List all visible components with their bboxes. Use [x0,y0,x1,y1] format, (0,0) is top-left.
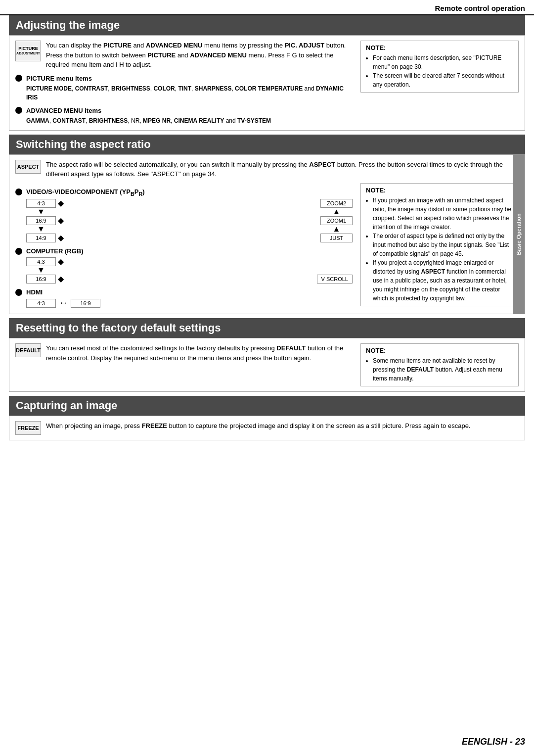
capturing-header: Capturing an image [9,396,525,416]
arrow-left-1: ◆ [58,198,64,208]
diag-row-1: 4:3 ◆ ZOOM2 [26,198,353,208]
arrow-left-3: ◆ [58,233,64,242]
zoom2-box: ZOOM2 [320,199,353,208]
bullet-circle-4 [15,248,22,255]
hdmi-diagram: 4:3 ↔ 16:9 [26,298,353,308]
adjusting-body: PICTURE ADJUSTMENT You can display the P… [9,35,525,131]
switch-note-1: If you project an image with an unmatche… [373,196,513,232]
switch-note-3: If you project a copyrighted image enlar… [373,258,513,303]
resetting-left: DEFAULT You can reset most of the custom… [15,343,353,386]
resetting-intro: You can reset most of the customized set… [46,343,353,363]
resetting-header: Resetting to the factory default setting… [9,318,525,338]
diag-row-3: 14:9 ◆ JUST [26,233,353,242]
ratio-169: 16:9 [26,216,56,225]
default-icon: DEFAULT [15,343,41,357]
switching-header: Switching the aspect ratio [9,135,525,154]
zoom1-box: ZOOM1 [320,216,353,225]
section-capturing: Capturing an image FREEZE When projectin… [9,396,525,440]
hdmi-row: 4:3 ↔ 16:9 [26,298,353,308]
aspect-icon: ASPECT [15,160,41,174]
capturing-intro: When projecting an image, press FREEZE b… [46,421,519,431]
arrow-left-2: ◆ [58,216,64,225]
section-adjusting: Adjusting the image PICTURE ADJUSTMENT Y… [9,15,525,131]
capturing-body: FREEZE When projecting an image, press F… [9,416,525,440]
section-switching: Switching the aspect ratio ASPECT The as… [9,135,525,315]
bullet-circle-5 [15,289,22,296]
note-item: For each menu items description, see "PI… [373,53,513,71]
switching-note-box: NOTE: If you project an image with an un… [360,183,519,306]
resetting-body: DEFAULT You can reset most of the custom… [9,338,525,392]
adjusting-intro: You can display the PICTURE and ADVANCED… [46,41,353,70]
hdmi-169: 16:9 [71,299,100,308]
reset-note-1: Some menu items are not available to res… [373,356,513,383]
adjusting-note: NOTE: For each menu items description, s… [360,41,519,125]
arrow-comp-2: ◆ [58,274,64,284]
adjusting-left: PICTURE ADJUSTMENT You can display the P… [15,41,353,125]
switch-note-2: The order of aspect type is defined not … [373,232,513,258]
switching-intro: The aspect ratio will be selected automa… [46,160,519,179]
picture-icon: PICTURE ADJUSTMENT [15,41,41,61]
adjusting-note-list: For each menu items description, see "PI… [366,53,513,89]
bullet-circle-3 [15,189,22,195]
vscroll-box: V SCROLL [317,275,353,284]
advanced-menu-header: ADVANCED MENU items [15,107,353,114]
hdmi-header: HDMI [15,288,353,296]
hdmi-arrow: ↔ [59,298,68,308]
computer-diagram: 4:3 ◆ ▼ 16:9 ◆ V SCROLL [26,257,353,284]
comp-169: 16:9 [26,275,56,284]
bullet-circle [15,75,22,82]
page-footer: EENGLISH - 23 [462,737,525,747]
video-header: VIDEO/S-VIDEO/COMPONENT (YPBPR) [15,188,353,197]
picture-menu-header: PICTURE menu items [15,75,353,82]
basic-operation-tab: Basic Operation [513,155,525,314]
switching-note-list: If you project an image with an unmatche… [366,196,513,303]
comp-row-2: 16:9 ◆ V SCROLL [26,274,353,284]
diag-down-1: ▼ ▲ [26,208,353,215]
switching-left: VIDEO/S-VIDEO/COMPONENT (YPBPR) 4:3 ◆ ZO… [15,183,353,309]
advanced-menu-items: GAMMA, CONTRAST, BRIGHTNESS, NR, MPEG NR… [26,116,353,125]
footer-text: EENGLISH - 23 [462,737,525,747]
comp-down: ▼ [26,267,353,274]
resetting-note-list: Some menu items are not available to res… [366,356,513,383]
adjusting-note-box: NOTE: For each menu items description, s… [360,41,519,93]
adjusting-header: Adjusting the image [9,15,525,35]
picture-menu-items: PICTURE MODE, CONTRAST, BRIGHTNESS, COLO… [26,84,353,102]
ratio-149: 14:9 [26,234,56,242]
comp-row-1: 4:3 ◆ [26,257,353,266]
switching-body: ASPECT The aspect ratio will be selected… [9,154,525,315]
page-header: Remote control operation [0,0,534,15]
switching-note: NOTE: If you project an image with an un… [360,183,519,309]
comp-43: 4:3 [26,257,56,266]
note-item: The screen will be cleared after 7 secon… [373,71,513,89]
ratio-43: 4:3 [26,199,56,208]
computer-header: COMPUTER (RGB) [15,247,353,255]
freeze-icon: FREEZE [15,421,41,435]
just-box: JUST [320,234,353,242]
header-title: Remote control operation [435,4,525,12]
diag-down-2: ▼ ▲ [26,226,353,233]
video-diagram: 4:3 ◆ ZOOM2 ▼ ▲ 16:9 [26,198,353,242]
arrow-comp-1: ◆ [58,257,64,266]
diag-row-2: 16:9 ◆ ZOOM1 [26,216,353,225]
bullet-circle-2 [15,107,22,114]
resetting-note: NOTE: Some menu items are not available … [360,343,519,386]
resetting-note-box: NOTE: Some menu items are not available … [360,343,519,386]
hdmi-43: 4:3 [26,299,56,308]
section-resetting: Resetting to the factory default setting… [9,318,525,392]
